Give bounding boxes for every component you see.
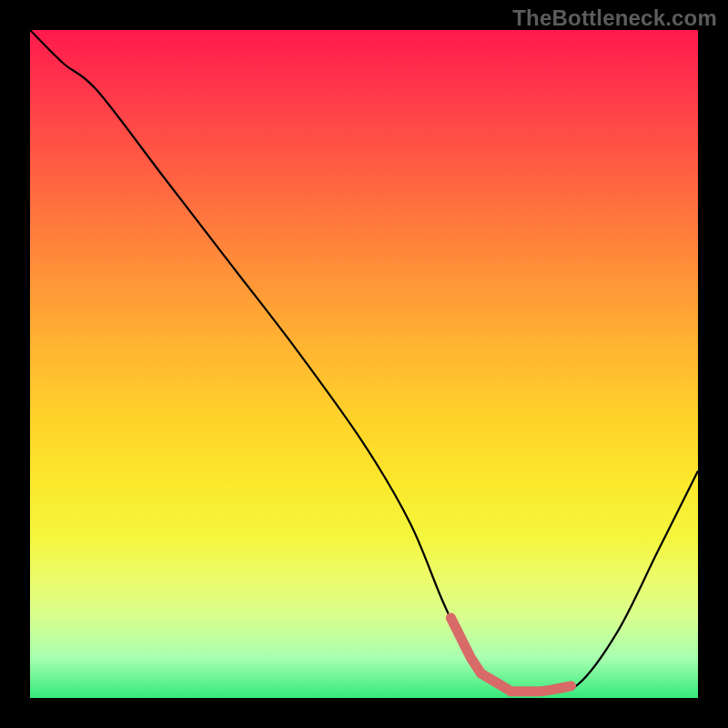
chart-svg xyxy=(30,30,698,698)
flat-region-highlight xyxy=(450,618,571,692)
chart-frame: TheBottleneck.com xyxy=(0,0,728,728)
watermark-text: TheBottleneck.com xyxy=(512,5,717,31)
bottleneck-curve-line xyxy=(30,30,698,693)
chart-plot-area xyxy=(30,30,698,698)
